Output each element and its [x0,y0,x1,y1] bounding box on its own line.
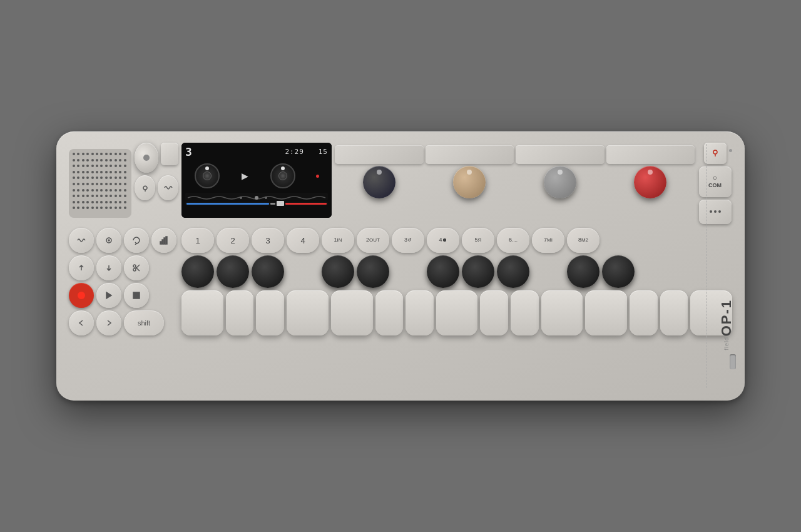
btn-square-top[interactable] [161,143,178,165]
btn-3[interactable]: 3 [252,228,284,253]
btn-scissors[interactable] [124,255,149,280]
knob-blue[interactable] [363,166,395,198]
knob-dot-3 [558,170,563,175]
knob-tan[interactable] [453,166,486,198]
knob-red[interactable] [634,166,666,198]
btn-5rev[interactable]: 5Я [462,228,494,253]
speaker-dot [77,207,79,209]
btn-record[interactable] [69,283,94,308]
piano-key-5[interactable] [331,290,373,335]
svg-marker-16 [106,292,111,299]
btn-7mi[interactable]: 7MI [532,228,564,253]
btn-2[interactable]: 2 [217,228,249,253]
speaker-dot [100,183,103,185]
btn-dot-menu[interactable] [699,200,732,224]
btn-antenna[interactable] [135,175,155,200]
speaker-dot [96,165,98,167]
speaker-dot [73,201,75,203]
btn-8m2[interactable]: 8M2 [567,228,599,253]
speaker-dot [86,159,89,161]
speaker-dot [82,195,84,197]
speaker-dot [119,171,121,173]
drum-pad-1[interactable] [181,255,214,288]
piano-key-6[interactable] [375,290,404,335]
side-port [730,354,736,369]
btn-arrow-down[interactable] [96,255,121,280]
btn-above-knob-4[interactable] [606,145,695,164]
piano-key-7[interactable] [406,290,434,335]
svg-rect-9 [162,240,163,244]
drum-pad-2[interactable] [217,255,249,288]
piano-key-2[interactable] [226,290,254,335]
btn-6dots[interactable]: 6.... [497,228,529,253]
speaker-dot [73,195,75,197]
btn-above-knob-3[interactable] [516,145,605,164]
speaker-dot [96,153,98,155]
btn-2out[interactable]: 2OUT [357,228,389,253]
piano-key-1[interactable] [181,290,223,335]
svg-rect-17 [133,292,140,299]
screen-track-number: 3 [185,145,192,158]
speaker-dot [115,201,117,203]
drum-pad-6[interactable] [427,255,459,288]
speaker-dot [82,159,84,161]
speaker-dot [110,153,112,155]
speaker-dot [91,207,94,209]
btn-4rec[interactable]: 4⏺ [427,228,459,253]
knob-gray[interactable] [544,166,576,198]
btn-back[interactable] [69,310,94,335]
piano-key-3[interactable] [256,290,284,335]
transport-row [69,283,178,308]
drum-pad-7[interactable] [462,255,494,288]
speaker-dot [86,207,89,209]
btn-3loop[interactable]: 3↺ [392,228,424,253]
speaker-dot [115,195,117,197]
piano-key-11[interactable] [541,290,583,335]
drum-pad-8[interactable] [497,255,529,288]
piano-key-4[interactable] [287,290,329,335]
btn-bars[interactable] [151,228,176,253]
speaker-dot [124,189,126,192]
btn-wave-func[interactable] [69,228,94,253]
btn-forward[interactable] [96,310,121,335]
piano-key-9[interactable] [480,290,508,335]
piano-key-12[interactable] [585,290,627,335]
drum-pad-10[interactable] [602,255,635,288]
speaker-dot [124,207,126,209]
speaker-dot [77,171,79,173]
piano-key-13[interactable] [630,290,658,335]
btn-above-knob-2[interactable] [426,145,514,164]
speaker-dot [124,176,126,179]
speaker-dot [100,189,103,192]
knob-dot-4 [648,170,653,175]
btn-1in[interactable]: 1IN [322,228,354,253]
btn-4[interactable]: 4 [287,228,319,253]
btn-play[interactable] [96,283,121,308]
btn-above-knob-1[interactable] [335,145,424,164]
piano-key-14[interactable] [660,290,688,335]
btn-loop[interactable] [124,228,149,253]
speaker-dot [105,201,108,203]
function-row-1 [69,228,178,253]
btn-shift[interactable]: shift [124,310,164,335]
piano-key-8[interactable] [436,290,478,335]
speaker-dot [86,201,89,203]
knob-cell-1 [335,145,424,198]
btn-1[interactable]: 1 [181,228,214,253]
drum-pad-9[interactable] [567,255,599,288]
drum-pad-3[interactable] [252,255,284,288]
speaker-dot [96,176,98,179]
btn-stop[interactable] [124,283,149,308]
btn-wave[interactable] [158,175,178,200]
main-knob[interactable] [135,143,158,173]
piano-key-10[interactable] [511,290,539,335]
drum-pad-5[interactable] [357,255,389,288]
drum-pad-4[interactable] [322,255,354,288]
btn-arrow-up[interactable] [69,255,94,280]
speaker-dot [77,176,79,179]
speaker-dot [110,195,112,197]
btn-metronome[interactable] [96,228,121,253]
svg-rect-8 [160,242,161,244]
btn-com[interactable]: ⊙ COM [699,166,732,197]
speaker-dot [73,171,75,173]
